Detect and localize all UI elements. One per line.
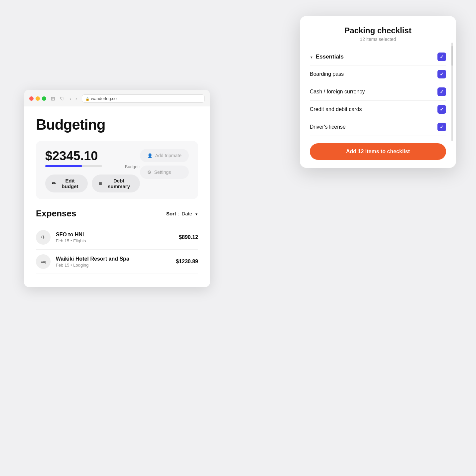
boarding-pass-checkbox[interactable] bbox=[437, 70, 446, 78]
list-icon bbox=[98, 180, 102, 187]
sort-value: Date bbox=[181, 211, 192, 216]
check-icon bbox=[440, 89, 444, 94]
address-bar[interactable]: wanderlog.co bbox=[82, 94, 205, 103]
chevron-down-icon[interactable] bbox=[310, 54, 313, 60]
close-button[interactable] bbox=[29, 96, 34, 101]
traffic-lights bbox=[29, 96, 46, 101]
pencil-icon bbox=[52, 180, 56, 186]
check-icon bbox=[440, 124, 444, 130]
back-icon[interactable]: ‹ bbox=[68, 95, 72, 102]
edit-budget-button[interactable]: Edit budget bbox=[45, 175, 88, 192]
modal-title: Packing checklist bbox=[310, 26, 446, 35]
forward-icon[interactable]: › bbox=[74, 95, 78, 102]
hotel-icon bbox=[36, 254, 51, 269]
checklist-item-drivers-license[interactable]: Driver's license bbox=[310, 118, 446, 136]
minimize-button[interactable] bbox=[36, 96, 40, 101]
budget-card: $2345.10 Budget: Edit budget bbox=[36, 141, 198, 199]
expense-amount-hotel: $1230.89 bbox=[176, 259, 198, 265]
essentials-section-header[interactable]: Essentials bbox=[310, 49, 446, 65]
scrollbar-thumb[interactable] bbox=[451, 46, 453, 66]
add-to-checklist-button[interactable]: Add 12 items to checklist bbox=[310, 143, 446, 160]
side-buttons: Add tripmate Settings bbox=[140, 149, 189, 179]
lock-icon bbox=[85, 97, 89, 101]
sort-chevron-icon bbox=[195, 211, 198, 216]
check-icon bbox=[440, 54, 444, 60]
expenses-section: Expenses Sort : Date SFO to HNL Feb 15 •… bbox=[36, 208, 198, 274]
expense-amount-flight: $890.12 bbox=[179, 234, 198, 240]
expense-details-flight: SFO to HNL Feb 15 • Flights bbox=[56, 232, 174, 243]
checklist-item-cards[interactable]: Credit and debit cards bbox=[310, 101, 446, 118]
expense-meta-flight: Feb 15 • Flights bbox=[56, 238, 174, 243]
check-icon bbox=[440, 107, 444, 112]
drivers-license-checkbox[interactable] bbox=[437, 123, 446, 131]
person-icon bbox=[147, 153, 153, 158]
budget-actions: Edit budget Debt summary bbox=[45, 175, 140, 192]
checklist-item-boarding-pass[interactable]: Boarding pass bbox=[310, 65, 446, 83]
browser-chrome: ⊞ 🛡 ‹ › wanderlog.co bbox=[24, 90, 210, 106]
expense-meta-hotel: Feb 15 • Lodging bbox=[56, 263, 171, 268]
browser-window: ⊞ 🛡 ‹ › wanderlog.co Budgeting $2345.10 … bbox=[24, 90, 210, 287]
address-text: wanderlog.co bbox=[91, 96, 117, 101]
sort-label: Sort bbox=[166, 211, 176, 216]
shield-icon[interactable]: 🛡 bbox=[59, 95, 66, 102]
check-icon bbox=[440, 71, 444, 77]
essentials-checkbox[interactable] bbox=[437, 53, 446, 61]
budget-amount: $2345.10 bbox=[45, 149, 140, 163]
maximize-button[interactable] bbox=[42, 96, 46, 101]
expenses-title: Expenses bbox=[36, 208, 76, 219]
essentials-label: Essentials bbox=[310, 54, 344, 60]
expense-item-hotel[interactable]: Waikiki Hotel Resort and Spa Feb 15 • Lo… bbox=[36, 250, 198, 274]
packing-checklist-modal: Packing checklist 12 items selected Esse… bbox=[300, 16, 456, 168]
expenses-header: Expenses Sort : Date bbox=[36, 208, 198, 219]
expense-name-flight: SFO to HNL bbox=[56, 232, 174, 238]
add-tripmate-button[interactable]: Add tripmate bbox=[140, 149, 189, 162]
bed-icon bbox=[41, 258, 46, 265]
browser-content: Budgeting $2345.10 Budget: Edit budget bbox=[24, 106, 210, 287]
cash-checkbox[interactable] bbox=[437, 87, 446, 96]
browser-controls: ⊞ 🛡 ‹ › bbox=[50, 95, 78, 102]
modal-subtitle: 12 items selected bbox=[310, 37, 446, 42]
modal-scrollbar[interactable] bbox=[451, 43, 453, 141]
budget-label: Budget: bbox=[45, 164, 140, 169]
checklist-item-cash[interactable]: Cash / foreign currency bbox=[310, 83, 446, 101]
settings-button[interactable]: Settings bbox=[140, 166, 189, 179]
page-title: Budgeting bbox=[36, 116, 198, 133]
sort-control[interactable]: Sort : Date bbox=[166, 211, 198, 216]
cards-checkbox[interactable] bbox=[437, 105, 446, 114]
expense-item-flight[interactable]: SFO to HNL Feb 15 • Flights $890.12 bbox=[36, 225, 198, 250]
sidebar-toggle-icon[interactable]: ⊞ bbox=[50, 95, 57, 102]
expense-name-hotel: Waikiki Hotel Resort and Spa bbox=[56, 256, 171, 262]
gear-icon bbox=[147, 170, 152, 175]
expense-details-hotel: Waikiki Hotel Resort and Spa Feb 15 • Lo… bbox=[56, 256, 171, 268]
flight-icon bbox=[36, 230, 51, 245]
plane-icon bbox=[41, 234, 46, 241]
debt-summary-button[interactable]: Debt summary bbox=[92, 175, 140, 192]
